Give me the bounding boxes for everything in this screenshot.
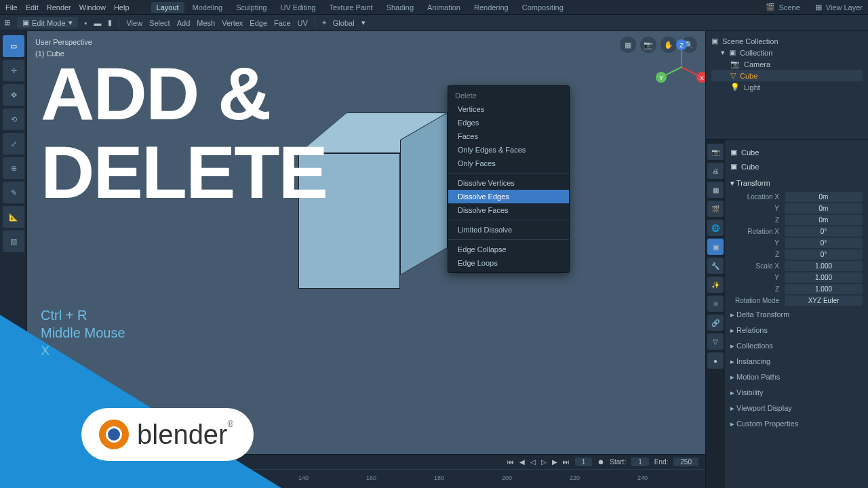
menu-delete-vertices[interactable]: Vertices: [448, 102, 569, 116]
menu-vertex[interactable]: Vertex: [222, 19, 243, 27]
editor-type-icon[interactable]: ⊞: [4, 18, 10, 27]
tab-modeling[interactable]: Modeling: [187, 2, 229, 13]
menu-select[interactable]: Select: [149, 19, 170, 27]
end-frame[interactable]: 250: [673, 458, 698, 466]
prop-tab-constraints[interactable]: 🔗: [707, 314, 724, 331]
menu-uv[interactable]: UV: [298, 19, 308, 27]
select-mode-vertex[interactable]: ▪: [85, 19, 87, 27]
scene-selector[interactable]: 🎬 Scene: [766, 3, 800, 12]
value-rotation-x[interactable]: 0°: [785, 226, 863, 237]
next-keyframe-icon[interactable]: ▶: [552, 458, 557, 466]
prop-tab-world[interactable]: 🌐: [707, 220, 724, 236]
tool-add-cube[interactable]: ▧: [3, 230, 24, 252]
outliner-scene-collection[interactable]: ▣ Scene Collection: [711, 35, 863, 47]
menu-edge[interactable]: Edge: [250, 19, 267, 27]
tool-scale[interactable]: ⤢: [3, 133, 24, 155]
play-icon[interactable]: ▷: [541, 458, 547, 466]
menu-view[interactable]: View: [126, 19, 142, 27]
value-scale-z[interactable]: 1.000: [785, 284, 863, 294]
menu-window[interactable]: Window: [79, 3, 106, 12]
menu-render[interactable]: Render: [47, 3, 71, 12]
menu-edge-loops[interactable]: Edge Loops: [448, 256, 569, 270]
prop-tab-render[interactable]: 📷: [707, 144, 724, 160]
panel-custom-properties[interactable]: ▸ Custom Properties: [730, 418, 863, 430]
axis-gizmo[interactable]: X Y Z: [651, 37, 705, 98]
prev-keyframe-icon[interactable]: ◀: [519, 458, 525, 466]
panel-visibility[interactable]: ▸ Visibility: [730, 386, 863, 399]
tool-measure[interactable]: 📐: [3, 206, 24, 228]
tool-rotate[interactable]: ⟲: [3, 108, 24, 130]
select-mode-face[interactable]: ▮: [108, 18, 112, 27]
value-location-y[interactable]: 0m: [785, 203, 863, 214]
tab-shading[interactable]: Shading: [381, 2, 419, 13]
prop-tab-physics[interactable]: ⚛: [707, 296, 724, 312]
prop-tab-object[interactable]: ▣: [707, 239, 724, 255]
value-rotation-y[interactable]: 0°: [785, 238, 863, 248]
menu-file[interactable]: File: [5, 3, 18, 12]
tab-animation[interactable]: Animation: [422, 2, 466, 13]
menu-add[interactable]: Add: [177, 19, 191, 27]
menu-dissolve-faces[interactable]: Dissolve Faces: [448, 203, 569, 217]
data-header[interactable]: ▣ Cube: [730, 159, 863, 174]
viewlayer-selector[interactable]: ▦ View Layer: [815, 3, 863, 12]
menu-limited-dissolve[interactable]: Limited Dissolve: [448, 223, 569, 237]
tool-select-box[interactable]: ▭: [3, 35, 24, 57]
tool-annotate[interactable]: ✎: [3, 182, 24, 203]
jump-start-icon[interactable]: ⏮: [507, 458, 514, 466]
menu-only-faces[interactable]: Only Faces: [448, 157, 569, 170]
value-rotation-mode[interactable]: XYZ Euler: [785, 296, 863, 306]
panel-motion-paths[interactable]: ▸ Motion Paths: [730, 371, 863, 384]
3d-viewport[interactable]: User Perspective (1) Cube ▦ 📷 ✋ 🔍 X Y Z …: [27, 31, 705, 488]
menu-edit[interactable]: Edit: [26, 3, 39, 12]
menu-only-edges-faces[interactable]: Only Edges & Faces: [448, 143, 569, 157]
prop-tab-modifiers[interactable]: 🔧: [707, 258, 724, 274]
outliner-item-cube[interactable]: ▽ Cube: [711, 70, 863, 81]
mode-selector[interactable]: ▣ Edit Mode ▾: [17, 17, 78, 28]
tool-cursor[interactable]: ✛: [3, 60, 24, 81]
prop-tab-output[interactable]: 🖨: [707, 163, 724, 179]
tab-texture-paint[interactable]: Texture Paint: [323, 2, 378, 13]
orientation-selector[interactable]: Global: [333, 19, 355, 27]
menu-face[interactable]: Face: [274, 19, 290, 27]
menu-mesh[interactable]: Mesh: [197, 19, 215, 27]
panel-transform[interactable]: ▾ Transform: [730, 176, 863, 190]
tab-rendering[interactable]: Rendering: [469, 2, 514, 13]
timeline[interactable]: ⏮ ◀ ◁ ▷ ▶ ⏭ 1 ⏺ Start: 1 End: 250 100 12…: [27, 454, 705, 488]
menu-dissolve-vertices[interactable]: Dissolve Vertices: [448, 176, 569, 190]
prop-tab-scene[interactable]: 🎬: [707, 201, 724, 217]
orientation-icon[interactable]: ⌖: [322, 18, 326, 27]
panel-instancing[interactable]: ▸ Instancing: [730, 355, 863, 368]
current-frame[interactable]: 1: [575, 458, 593, 466]
menu-edge-collapse[interactable]: Edge Collapse: [448, 243, 569, 256]
tool-move[interactable]: ✥: [3, 84, 24, 106]
timeline-ruler[interactable]: 100 120 140 160 180 200 220 240: [27, 469, 705, 483]
prop-tab-particles[interactable]: ✨: [707, 277, 724, 293]
start-frame[interactable]: 1: [631, 458, 649, 466]
prop-tab-material[interactable]: ●: [707, 352, 724, 369]
gizmo-camera-icon[interactable]: ▦: [620, 37, 636, 53]
tab-sculpting[interactable]: Sculpting: [231, 2, 272, 13]
record-icon[interactable]: ⏺: [597, 458, 604, 466]
tool-transform[interactable]: ⊕: [3, 157, 24, 179]
prop-tab-viewlayer[interactable]: ▦: [707, 182, 724, 198]
value-rotation-z[interactable]: 0°: [785, 249, 863, 260]
panel-relations[interactable]: ▸ Relations: [730, 324, 863, 337]
prop-tab-data[interactable]: ▽: [707, 333, 724, 350]
jump-end-icon[interactable]: ⏭: [563, 458, 570, 466]
outliner-item-camera[interactable]: 📷 Camera: [711, 58, 863, 70]
menu-delete-edges[interactable]: Edges: [448, 116, 569, 129]
menu-delete-faces[interactable]: Faces: [448, 129, 569, 143]
tab-uv-editing[interactable]: UV Editing: [275, 2, 321, 13]
value-location-z[interactable]: 0m: [785, 215, 863, 225]
select-mode-edge[interactable]: ▬: [94, 19, 101, 27]
tab-layout[interactable]: Layout: [151, 2, 184, 13]
outliner[interactable]: ▣ Scene Collection ▾ ▣ Collection 📷 Came…: [706, 31, 868, 140]
menu-help[interactable]: Help: [114, 3, 130, 12]
value-location-x[interactable]: 0m: [785, 192, 863, 202]
play-reverse-icon[interactable]: ◁: [530, 458, 536, 466]
panel-collections[interactable]: ▸ Collections: [730, 340, 863, 352]
tab-compositing[interactable]: Compositing: [517, 2, 569, 13]
value-scale-y[interactable]: 1.000: [785, 272, 863, 283]
menu-dissolve-edges[interactable]: Dissolve Edges: [448, 190, 569, 203]
panel-delta-transform[interactable]: ▸ Delta Transform: [730, 308, 863, 321]
